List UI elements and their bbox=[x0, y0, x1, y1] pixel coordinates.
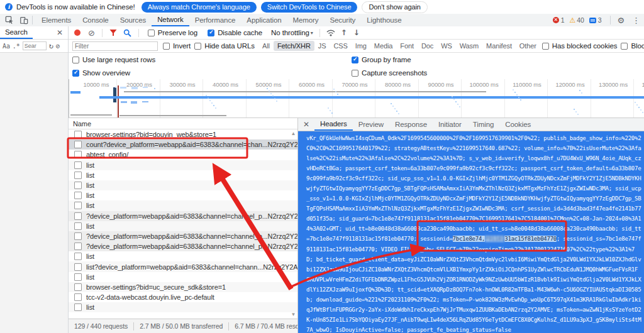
details-tab-initiator[interactable]: Initiator bbox=[433, 118, 467, 130]
request-row[interactable]: count?device_platform=webapp&aid=6383&ch… bbox=[69, 139, 297, 150]
blocked-requests-checkbox[interactable]: Blocked Requests bbox=[621, 42, 644, 50]
request-row[interactable]: browser-settings?bid=douyin_web&store=1 bbox=[69, 129, 297, 139]
request-row[interactable]: ?device_platform=webapp&aid=6383&channel… bbox=[69, 211, 297, 221]
request-checkbox[interactable] bbox=[74, 131, 82, 138]
request-checkbox[interactable] bbox=[74, 182, 82, 189]
request-row[interactable]: list?device_platform=webapp&aid=6383&cha… bbox=[69, 261, 297, 271]
tab-network[interactable]: Network bbox=[152, 14, 189, 26]
tab-elements[interactable]: Elements bbox=[36, 14, 77, 26]
request-checkbox[interactable] bbox=[74, 243, 82, 250]
headers-content-selected-text[interactable]: vKr_QF6kUeHwNwsI4sqCDumA_0dk%2F169954560… bbox=[298, 131, 644, 333]
tab-lighthouse[interactable]: Lighthouse bbox=[361, 14, 407, 26]
request-checkbox[interactable] bbox=[74, 263, 82, 271]
request-row[interactable]: list bbox=[69, 170, 297, 180]
request-checkbox[interactable] bbox=[74, 192, 82, 199]
request-row[interactable]: list bbox=[69, 302, 297, 312]
show-overview-checkbox[interactable]: Show overview bbox=[72, 69, 130, 77]
type-filter-media[interactable]: Media bbox=[370, 41, 396, 51]
export-har-icon[interactable]: ↓ bbox=[353, 28, 360, 37]
device-toolbar-icon[interactable] bbox=[19, 15, 29, 25]
match-case-button[interactable]: Aa bbox=[3, 43, 10, 50]
switch-devtools-chinese-button[interactable]: Switch DevTools to Chinese bbox=[261, 2, 358, 13]
request-checkbox[interactable] bbox=[74, 303, 82, 311]
list-scrollbar[interactable]: ▲▼ bbox=[290, 131, 297, 317]
type-filter-other[interactable]: Other bbox=[516, 41, 540, 51]
issues-badge[interactable]: 3 bbox=[589, 16, 602, 24]
regex-button[interactable]: .* bbox=[13, 43, 20, 50]
details-tab-cookies[interactable]: Cookies bbox=[499, 118, 536, 130]
type-filter-wasm[interactable]: Wasm bbox=[456, 41, 482, 51]
close-details-icon[interactable]: ✕ bbox=[303, 120, 309, 129]
scroll-up-icon[interactable]: ▲ bbox=[290, 131, 297, 136]
clear-requests-icon[interactable]: ⊘ bbox=[88, 28, 95, 38]
dont-show-again-button[interactable]: Don't show again bbox=[362, 1, 427, 13]
more-options-icon[interactable]: ⋮ bbox=[632, 16, 640, 25]
tab-security[interactable]: Security bbox=[324, 14, 361, 26]
group-by-frame-checkbox[interactable]: Group by frame bbox=[352, 56, 411, 63]
request-checkbox[interactable] bbox=[74, 202, 82, 209]
record-button[interactable] bbox=[74, 30, 80, 36]
inspect-element-icon[interactable] bbox=[4, 15, 14, 25]
has-blocked-cookies-checkbox[interactable]: Has blocked cookies bbox=[542, 42, 618, 50]
refresh-icon[interactable]: ↻ bbox=[49, 41, 53, 50]
request-checkbox[interactable] bbox=[74, 151, 82, 158]
type-filter-doc[interactable]: Doc bbox=[418, 41, 437, 51]
tab-sources[interactable]: Sources bbox=[114, 14, 152, 26]
tab-performance[interactable]: Performance bbox=[189, 14, 242, 26]
invert-checkbox[interactable]: Invert bbox=[163, 42, 191, 50]
request-row[interactable]: list bbox=[69, 221, 297, 231]
preserve-log-checkbox[interactable]: Preserve log bbox=[148, 29, 197, 36]
request-checkbox[interactable] bbox=[74, 161, 82, 169]
capture-screenshots-checkbox[interactable]: Capture screenshots bbox=[352, 69, 427, 77]
use-large-rows-checkbox[interactable]: Use large request rows bbox=[72, 56, 155, 63]
type-filter-img[interactable]: Img bbox=[352, 41, 370, 51]
tab-application[interactable]: Application bbox=[241, 14, 287, 26]
request-checkbox[interactable] bbox=[74, 253, 82, 260]
request-checkbox[interactable] bbox=[74, 141, 82, 148]
details-tab-headers[interactable]: Headers bbox=[314, 118, 353, 131]
clear-icon[interactable]: ⊘ bbox=[56, 42, 60, 50]
search-input[interactable] bbox=[23, 41, 47, 50]
request-row[interactable]: list bbox=[69, 160, 297, 170]
type-filter-css[interactable]: CSS bbox=[330, 41, 351, 51]
type-filter-font[interactable]: Font bbox=[396, 41, 418, 51]
request-row[interactable]: list bbox=[69, 190, 297, 200]
type-filter-fetch-xhr[interactable]: Fetch/XHR bbox=[274, 41, 314, 51]
hide-data-urls-checkbox[interactable]: Hide data URLs bbox=[194, 42, 255, 50]
tab-memory[interactable]: Memory bbox=[287, 14, 325, 26]
tab-console[interactable]: Console bbox=[77, 14, 114, 26]
request-row[interactable]: list bbox=[69, 251, 297, 261]
disable-cache-checkbox[interactable]: Disable cache bbox=[208, 29, 262, 36]
settings-gear-icon[interactable]: ⚙ bbox=[618, 16, 625, 25]
always-match-language-button[interactable]: Always match Chrome's language bbox=[142, 2, 257, 13]
network-overview-timeline[interactable]: 10000 ms20000 ms30000 ms40000 ms50000 ms… bbox=[69, 79, 644, 118]
request-checkbox[interactable] bbox=[74, 232, 82, 240]
details-tab-response[interactable]: Response bbox=[389, 118, 433, 130]
throttling-dropdown[interactable]: No throttling bbox=[271, 29, 309, 36]
request-checkbox[interactable] bbox=[74, 222, 82, 230]
scroll-down-icon[interactable]: ▼ bbox=[290, 312, 297, 317]
request-checkbox[interactable] bbox=[74, 293, 82, 301]
request-checkbox[interactable] bbox=[74, 283, 82, 291]
filter-funnel-icon[interactable] bbox=[109, 29, 117, 36]
network-conditions-icon[interactable] bbox=[326, 29, 335, 37]
request-row[interactable]: abtest_config/ bbox=[69, 150, 297, 160]
name-column-header[interactable]: Name bbox=[69, 118, 297, 129]
request-row[interactable]: ?device_platform=webapp&aid=6383&channel… bbox=[69, 241, 297, 251]
request-checkbox[interactable] bbox=[74, 172, 82, 179]
request-row[interactable]: list bbox=[69, 180, 297, 190]
details-tab-timing[interactable]: Timing bbox=[467, 118, 499, 130]
request-row[interactable]: ?device_platform=webapp&aid=6383&channel… bbox=[69, 231, 297, 241]
import-har-icon[interactable]: ↑ bbox=[341, 28, 347, 37]
request-checkbox[interactable] bbox=[74, 212, 82, 220]
chevron-down-icon[interactable]: ▾ bbox=[311, 30, 313, 36]
search-network-icon[interactable] bbox=[123, 29, 131, 37]
type-filter-manifest[interactable]: Manifest bbox=[482, 41, 516, 51]
request-row[interactable]: tcc-v2-data-webcast.douyin.live_pc-defau… bbox=[69, 292, 297, 302]
request-row[interactable]: list bbox=[69, 200, 297, 210]
type-filter-js[interactable]: JS bbox=[314, 41, 330, 51]
type-filter-all[interactable]: All bbox=[258, 41, 274, 51]
request-checkbox[interactable] bbox=[74, 273, 82, 281]
type-filter-ws[interactable]: WS bbox=[437, 41, 456, 51]
search-tab[interactable]: Search bbox=[0, 26, 33, 39]
